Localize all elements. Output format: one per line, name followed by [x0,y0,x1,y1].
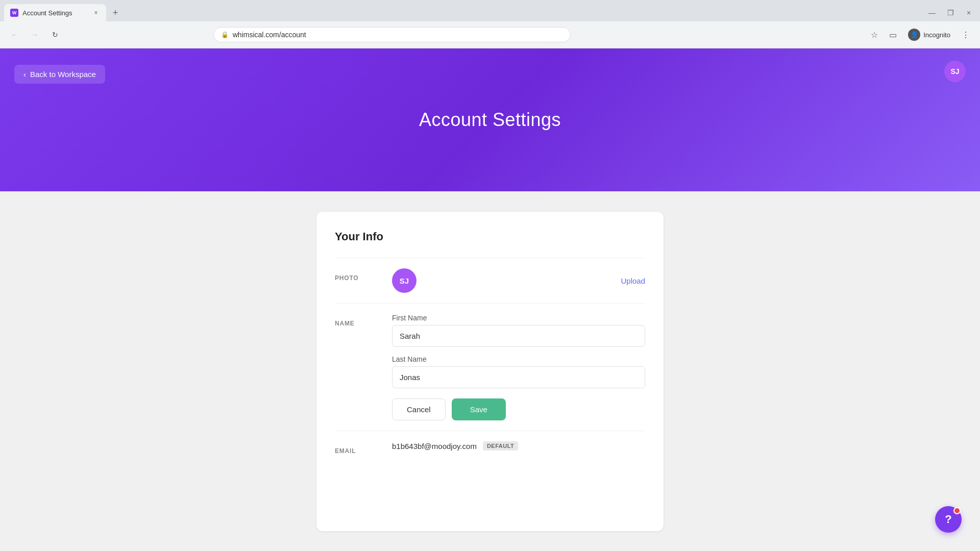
lock-icon: 🔒 [221,31,229,38]
cancel-button[interactable]: Cancel [392,398,446,420]
tab-favicon: W [10,9,18,17]
email-label: EMAIL [335,441,376,455]
incognito-label: Incognito [923,31,950,39]
email-content: b1b643bf@moodjoy.com DEFAULT [392,441,645,450]
first-name-group: First Name [392,314,645,347]
user-avatar-header[interactable]: SJ [944,61,966,82]
settings-card: Your Info PHOTO SJ Upload NAME First Nam… [316,212,664,531]
email-row: EMAIL b1b643bf@moodjoy.com DEFAULT [335,431,645,465]
upload-button[interactable]: Upload [621,277,645,285]
nav-bar: ← → ↻ 🔒 whimsical.com/account ☆ ▭ 👤 Inco… [0,21,980,48]
help-button[interactable]: ? [935,506,962,533]
page-header: ‹ Back to Workspace Account Settings SJ [0,48,980,191]
bookmark-button[interactable]: ☆ [866,27,883,43]
first-name-label: First Name [392,314,645,322]
email-display: b1b643bf@moodjoy.com DEFAULT [392,441,645,450]
section-title: Your Info [335,230,645,243]
address-bar[interactable]: 🔒 whimsical.com/account [213,27,571,42]
email-value: b1b643bf@moodjoy.com [392,442,477,450]
sidebar-button[interactable]: ▭ [885,27,901,43]
page: ‹ Back to Workspace Account Settings SJ … [0,48,980,551]
name-content: First Name Last Name Cancel Save [392,314,645,420]
last-name-input[interactable] [392,366,645,388]
tab-bar: W Account Settings × + — ❐ × [0,0,980,21]
photo-content: SJ Upload [392,268,645,293]
name-label: NAME [335,314,376,327]
back-to-workspace-button[interactable]: ‹ Back to Workspace [14,65,105,84]
user-avatar: SJ [392,268,416,293]
window-controls: — ❐ × [925,6,976,20]
profile-button[interactable]: 👤 Incognito [903,27,955,43]
tab-title: Account Settings [22,9,88,17]
maximize-button[interactable]: ❐ [943,6,958,20]
name-action-buttons: Cancel Save [392,398,645,420]
new-tab-button[interactable]: + [108,6,122,20]
name-row: NAME First Name Last Name Cancel Save [335,303,645,431]
back-nav-button[interactable]: ← [6,27,22,43]
main-content: Your Info PHOTO SJ Upload NAME First Nam… [0,191,980,551]
page-title: Account Settings [419,109,561,131]
menu-button[interactable]: ⋮ [958,27,974,43]
active-tab[interactable]: W Account Settings × [4,4,106,21]
first-name-input[interactable] [392,325,645,347]
address-text: whimsical.com/account [233,31,306,39]
photo-row: PHOTO SJ Upload [335,258,645,303]
default-badge: DEFAULT [483,441,518,450]
tab-close-button[interactable]: × [92,9,100,17]
browser-chrome: W Account Settings × + — ❐ × ← → ↻ 🔒 whi… [0,0,980,48]
forward-nav-button[interactable]: → [27,27,43,43]
photo-label: PHOTO [335,268,376,282]
reload-button[interactable]: ↻ [47,27,63,43]
close-window-button[interactable]: × [962,6,976,20]
nav-actions: ☆ ▭ 👤 Incognito ⋮ [866,27,974,43]
last-name-label: Last Name [392,355,645,363]
save-button[interactable]: Save [452,398,506,420]
back-button-label: Back to Workspace [30,70,96,79]
back-arrow-icon: ‹ [23,70,26,79]
minimize-button[interactable]: — [925,6,939,20]
last-name-group: Last Name [392,355,645,388]
incognito-icon: 👤 [908,29,920,41]
